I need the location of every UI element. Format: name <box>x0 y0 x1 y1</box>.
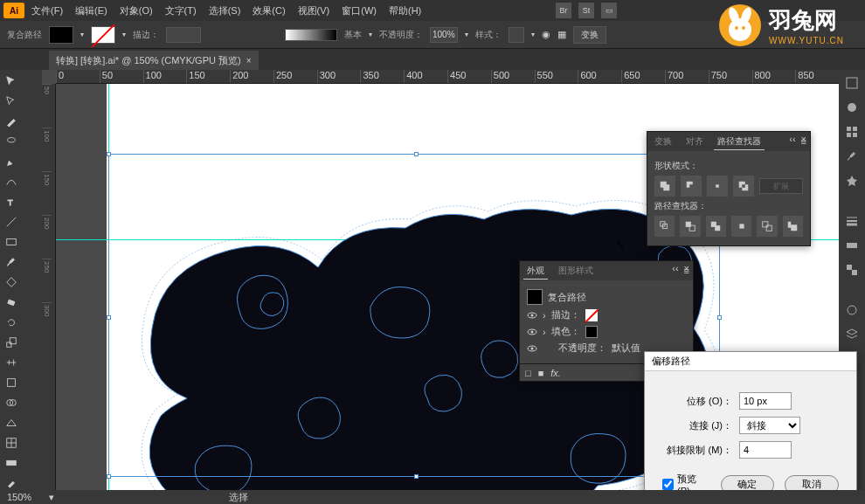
expand-button[interactable]: 扩展 <box>759 178 803 194</box>
trim-button[interactable] <box>680 216 700 237</box>
preview-checkbox-input[interactable] <box>662 479 674 490</box>
panel-collapse-icon[interactable]: ‹‹ <box>789 134 795 144</box>
vertical-ruler[interactable]: 50100150200250300 <box>42 84 56 490</box>
align-tab[interactable]: 对齐 <box>682 134 707 149</box>
graphic-style-swatch[interactable] <box>509 27 524 43</box>
minus-front-button[interactable] <box>681 176 702 197</box>
document-tab-title: 转换] [转换].ai* @ 150% (CMYK/GPU 预览) <box>56 54 241 67</box>
recolor-icon[interactable]: ◉ <box>542 29 550 40</box>
menu-type[interactable]: 文字(T) <box>160 3 202 19</box>
outline-button[interactable] <box>757 216 777 237</box>
horizontal-ruler[interactable]: 0501001502002503003504004505005506006507… <box>56 70 839 84</box>
color-panel-icon[interactable] <box>842 98 862 117</box>
stock-icon[interactable]: St <box>578 3 594 18</box>
add-stroke-icon[interactable]: □ <box>525 368 531 378</box>
visibility-toggle-icon[interactable] <box>527 310 537 321</box>
magic-wand-tool[interactable] <box>2 112 21 131</box>
crop-button[interactable] <box>731 216 751 237</box>
gradient-tool[interactable] <box>2 453 21 473</box>
menu-object[interactable]: 对象(O) <box>114 3 158 19</box>
transform-tab[interactable]: 变换 <box>651 134 675 149</box>
panel-close-icon[interactable]: × <box>684 263 689 273</box>
offset-input[interactable] <box>739 392 792 410</box>
transparency-panel-icon[interactable] <box>842 260 862 280</box>
expand-toggle-icon[interactable]: › <box>543 327 546 337</box>
add-fill-icon[interactable]: ■ <box>538 368 544 378</box>
selection-handle[interactable] <box>414 152 419 156</box>
stroke-swatch[interactable] <box>91 26 115 44</box>
menu-view[interactable]: 视图(V) <box>293 3 336 19</box>
fill-swatch[interactable] <box>49 26 73 44</box>
gradient-panel-icon[interactable] <box>842 236 862 255</box>
direct-selection-tool[interactable] <box>2 92 21 111</box>
merge-button[interactable] <box>706 216 726 237</box>
pen-tool[interactable] <box>2 152 21 171</box>
panel-close-icon[interactable]: × <box>801 134 806 144</box>
graphic-styles-tab[interactable]: 图形样式 <box>555 263 597 279</box>
document-tab[interactable]: 转换] [转换].ai* @ 150% (CMYK/GPU 预览) × <box>49 51 259 70</box>
panel-collapse-icon[interactable]: ‹‹ <box>672 263 678 273</box>
shaper-tool[interactable] <box>2 273 21 292</box>
offset-label: 位移 (O)： <box>662 395 732 408</box>
stroke-width-input[interactable] <box>166 27 201 43</box>
zoom-level[interactable]: 150% <box>7 492 31 502</box>
exclude-button[interactable] <box>733 176 754 197</box>
appearance-panel-icon[interactable] <box>842 300 862 320</box>
appearance-tab[interactable]: 外观 <box>523 263 548 280</box>
add-effect-icon[interactable]: fx. <box>550 368 561 378</box>
unite-button[interactable] <box>654 176 675 197</box>
opacity-input[interactable]: 100% <box>430 27 458 43</box>
menu-file[interactable]: 文件(F) <box>26 3 68 19</box>
divide-button[interactable] <box>654 216 675 237</box>
line-tool[interactable] <box>2 212 21 231</box>
minus-back-button[interactable] <box>783 216 803 237</box>
pathfinder-tab[interactable]: 路径查找器 <box>714 134 765 150</box>
lasso-tool[interactable] <box>2 132 21 151</box>
rectangle-tool[interactable] <box>2 232 21 252</box>
bridge-icon[interactable]: Br <box>556 3 571 18</box>
transform-button[interactable]: 变换 <box>573 26 606 44</box>
intersect-button[interactable] <box>707 176 728 197</box>
mesh-tool[interactable] <box>2 433 21 452</box>
selection-handle[interactable] <box>107 152 111 156</box>
layers-panel-icon[interactable] <box>842 325 862 344</box>
menu-help[interactable]: 帮助(H) <box>384 3 426 19</box>
visibility-toggle-icon[interactable] <box>527 327 537 337</box>
brush-tool[interactable] <box>2 252 21 272</box>
selection-handle[interactable] <box>107 315 111 320</box>
type-tool[interactable]: T <box>2 192 21 211</box>
arrange-icon[interactable]: ▭ <box>601 3 617 18</box>
width-tool[interactable] <box>2 353 21 372</box>
swatches-panel-icon[interactable] <box>842 122 862 142</box>
shape-builder-tool[interactable] <box>2 393 21 412</box>
join-select[interactable]: 斜接 <box>739 417 800 434</box>
align-icon[interactable]: ▦ <box>557 29 566 40</box>
visibility-toggle-icon[interactable] <box>527 343 537 354</box>
menu-effect[interactable]: 效果(C) <box>247 3 290 19</box>
selection-handle[interactable] <box>107 474 111 479</box>
symbols-panel-icon[interactable] <box>842 171 862 190</box>
stroke-none-swatch[interactable] <box>585 309 598 321</box>
fill-black-swatch[interactable] <box>585 326 598 338</box>
perspective-tool[interactable] <box>2 413 21 432</box>
menu-window[interactable]: 窗口(W) <box>336 3 382 19</box>
miter-input[interactable] <box>739 441 792 459</box>
selection-handle[interactable] <box>717 315 722 320</box>
free-transform-tool[interactable] <box>2 373 21 392</box>
scale-tool[interactable] <box>2 333 21 352</box>
brushes-panel-icon[interactable] <box>842 147 862 166</box>
rotate-tool[interactable] <box>2 313 21 332</box>
brush-stroke-preview[interactable] <box>285 29 337 41</box>
svg-rect-4 <box>8 300 15 306</box>
menu-edit[interactable]: 编辑(E) <box>70 3 113 19</box>
selection-tool[interactable] <box>2 72 21 91</box>
properties-panel-icon[interactable] <box>842 73 862 93</box>
menu-select[interactable]: 选择(S) <box>204 3 246 19</box>
close-tab-icon[interactable]: × <box>246 56 252 66</box>
stroke-panel-icon[interactable] <box>842 211 862 231</box>
selection-handle[interactable] <box>414 474 419 479</box>
eraser-tool[interactable] <box>2 293 21 312</box>
opacity-row-value[interactable]: 默认值 <box>612 342 640 355</box>
expand-toggle-icon[interactable]: › <box>543 310 546 321</box>
curvature-tool[interactable] <box>2 172 21 191</box>
